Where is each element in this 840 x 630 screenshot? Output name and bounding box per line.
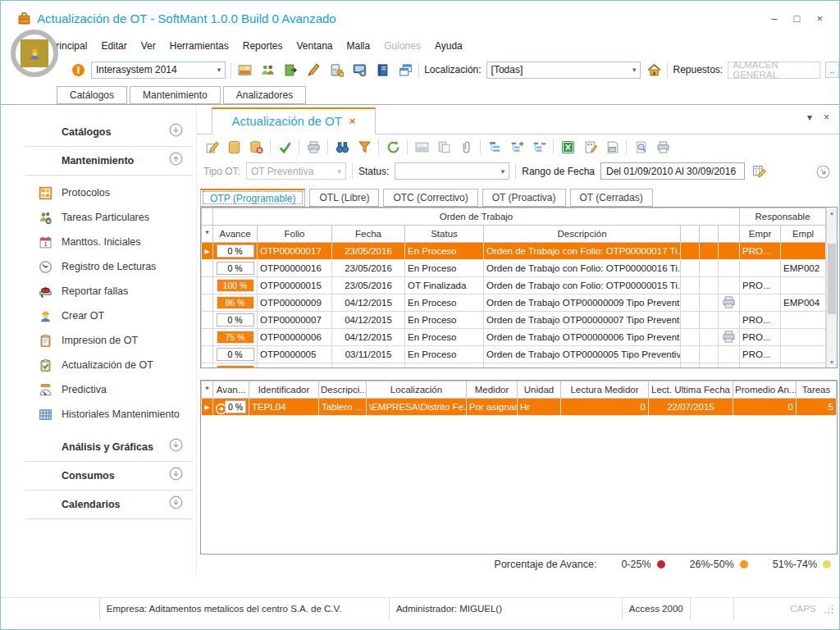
tree-remove-icon[interactable] — [531, 139, 547, 155]
ot-tab-3[interactable]: OT (Proactiva) — [482, 189, 566, 207]
image2-icon[interactable] — [413, 139, 430, 155]
col-tareas[interactable]: Tareas — [797, 381, 837, 399]
sidebar-item-5[interactable]: Crear OT — [37, 304, 193, 328]
printer-icon[interactable] — [305, 139, 322, 155]
home-icon[interactable] — [646, 62, 662, 78]
menu-item-3[interactable]: Herramientas — [170, 40, 229, 52]
expand-section-icon[interactable] — [169, 467, 188, 486]
calendar-edit-icon[interactable] — [751, 163, 767, 180]
sidebar-item-0[interactable]: Protocolos — [37, 180, 193, 205]
table-row[interactable]: 0 %OTP0000001623/05/2016En ProcesoOrden … — [202, 260, 826, 277]
scroll-up-icon[interactable]: ▲ — [827, 210, 837, 216]
drill-icon[interactable] — [214, 402, 225, 413]
menu-item-7[interactable]: Guiones — [384, 40, 421, 52]
rango-fecha-field[interactable]: Del 01/09/2010 Al 30/09/2016 — [600, 162, 745, 180]
table-row[interactable]: 97 %OTP000000303/11/2015En ProcesoOrden … — [202, 363, 826, 368]
table-row[interactable]: 86 %OTP0000000904/12/2015En ProcesoOrden… — [202, 294, 826, 312]
image-icon[interactable] — [236, 62, 253, 78]
ot-tab-0[interactable]: OTP (Programable) — [200, 189, 305, 207]
calculator-icon[interactable] — [328, 62, 345, 78]
ot-tab-4[interactable]: OT (Cerradas) — [570, 189, 653, 207]
sidebar-item-3[interactable]: Registro de Lecturas — [37, 254, 193, 279]
ot-tab-1[interactable]: OTL (Libre) — [309, 189, 379, 207]
table-row[interactable]: 100 %OTP0000001523/05/2016OT FinalizadaO… — [202, 277, 826, 294]
workspace-tab-2[interactable]: Analizadores — [223, 86, 306, 104]
document-tab[interactable]: Actualización de OT × — [212, 107, 376, 135]
col-unidad[interactable]: Unidad — [518, 381, 561, 399]
close-button[interactable]: × — [816, 13, 823, 24]
col-avance[interactable]: Avan... — [213, 381, 249, 399]
sidebar-section-2[interactable]: Análisis y Gráficas — [25, 433, 193, 462]
paperclip-icon[interactable] — [458, 139, 474, 155]
print-icon[interactable] — [655, 139, 671, 155]
note-icon[interactable] — [582, 139, 598, 155]
menu-item-1[interactable]: Editar — [101, 40, 126, 52]
sidebar-section-4[interactable]: Calendarios — [25, 491, 193, 519]
edit-icon[interactable] — [203, 139, 220, 155]
expand-section-icon[interactable] — [169, 123, 188, 142]
menu-item-6[interactable]: Malla — [347, 40, 371, 52]
col-identificador[interactable]: Identificador — [249, 381, 319, 399]
sidebar-section-1[interactable]: Mantenimiento — [25, 147, 193, 176]
power-icon[interactable] — [70, 62, 86, 78]
paste-icon[interactable] — [436, 139, 452, 155]
resize-grip[interactable] — [822, 598, 839, 619]
minimize-button[interactable]: – — [771, 13, 777, 24]
col-lectura-medidor[interactable]: Lectura Medidor — [561, 381, 649, 399]
col-localizacion[interactable]: Localización — [367, 381, 467, 399]
sidebar-item-7[interactable]: Actualización de OT — [37, 353, 193, 377]
refresh-icon[interactable] — [385, 139, 401, 155]
sidebar-item-4[interactable]: Reportar fallas — [37, 279, 193, 304]
tipo-ot-combo[interactable]: OT Preventiva ▾ — [246, 162, 346, 180]
txt-icon[interactable]: TXT — [604, 139, 620, 155]
col-fecha[interactable]: Fecha — [332, 226, 405, 243]
sidebar-item-2[interactable]: 1Manttos. Iniciales — [37, 230, 193, 254]
status-combo[interactable]: ▾ — [395, 162, 509, 180]
collapse-panel-icon[interactable] — [816, 165, 831, 180]
workspace-tab-0[interactable]: Catálogos — [57, 86, 127, 104]
vertical-scrollbar[interactable]: ▲ ▼ — [826, 208, 837, 368]
localizacion-combo[interactable]: [Todas] ▾ — [486, 62, 641, 79]
maximize-button[interactable]: □ — [794, 13, 801, 24]
sidebar-item-6[interactable]: Impresion de OT — [37, 328, 193, 353]
menu-item-5[interactable]: Ventana — [296, 40, 332, 52]
ot-tab-2[interactable]: OTC (Correctivo) — [383, 189, 477, 207]
exit-icon[interactable] — [282, 62, 299, 78]
menu-item-4[interactable]: Reportes — [243, 40, 283, 52]
menu-item-8[interactable]: Ayuda — [435, 40, 463, 52]
table-row[interactable]: ▶0 %OTP0000001723/05/2016En ProcesoOrden… — [202, 243, 826, 260]
table-row[interactable]: 75 %OTP0000000604/12/2015En ProcesoOrden… — [202, 329, 826, 346]
excel-icon[interactable] — [559, 139, 576, 155]
scroll-down-icon[interactable]: ▼ — [827, 359, 837, 365]
sidebar-section-3[interactable]: Consumos — [25, 462, 193, 491]
sidebar-item-8[interactable]: Predictiva — [37, 377, 193, 402]
sidebar-section-0[interactable]: Catálogos — [25, 118, 193, 147]
window-icon[interactable] — [397, 62, 413, 78]
table-row[interactable]: ▶0 %TEPL04Tablero ...\EMPRESA\Distrito F… — [202, 399, 837, 416]
database-delete-icon[interactable] — [248, 139, 264, 155]
sidebar-item-9[interactable]: Historiales Mantenimiento — [37, 402, 193, 427]
expand-section-icon[interactable] — [169, 495, 188, 514]
binoculars-icon[interactable] — [334, 139, 350, 155]
repuestos-field[interactable]: ALMACÉN GENERAL — [728, 62, 820, 79]
col-empr[interactable]: Empr — [740, 226, 781, 243]
menu-item-2[interactable]: Ver — [141, 40, 156, 52]
book-icon[interactable] — [374, 62, 390, 78]
col-promedio[interactable]: Promedio An... — [733, 381, 797, 399]
tab-list-dropdown-icon[interactable]: ▾ — [807, 112, 812, 123]
quill-icon[interactable] — [305, 62, 322, 78]
workspace-tab-1[interactable]: Mantenimiento — [130, 86, 221, 104]
tree-add-icon[interactable] — [509, 139, 525, 155]
col-empl[interactable]: Empl — [781, 226, 826, 243]
col-folio[interactable]: Folio — [258, 226, 332, 243]
col-medidor[interactable]: Medidor — [467, 381, 518, 399]
col-lect-ultima-fecha[interactable]: Lect. Ultima Fecha — [649, 381, 733, 399]
preview-icon[interactable] — [632, 139, 649, 155]
col-descripcion[interactable]: Descripci... — [319, 381, 367, 399]
monitor-gear-icon[interactable] — [351, 62, 368, 78]
filter-icon[interactable] — [356, 139, 372, 155]
tab-close-icon[interactable]: × — [824, 112, 829, 123]
col-avance[interactable]: Avance — [213, 226, 258, 243]
col-descripcion[interactable]: Descripción — [484, 226, 681, 243]
users-icon[interactable] — [259, 62, 276, 78]
